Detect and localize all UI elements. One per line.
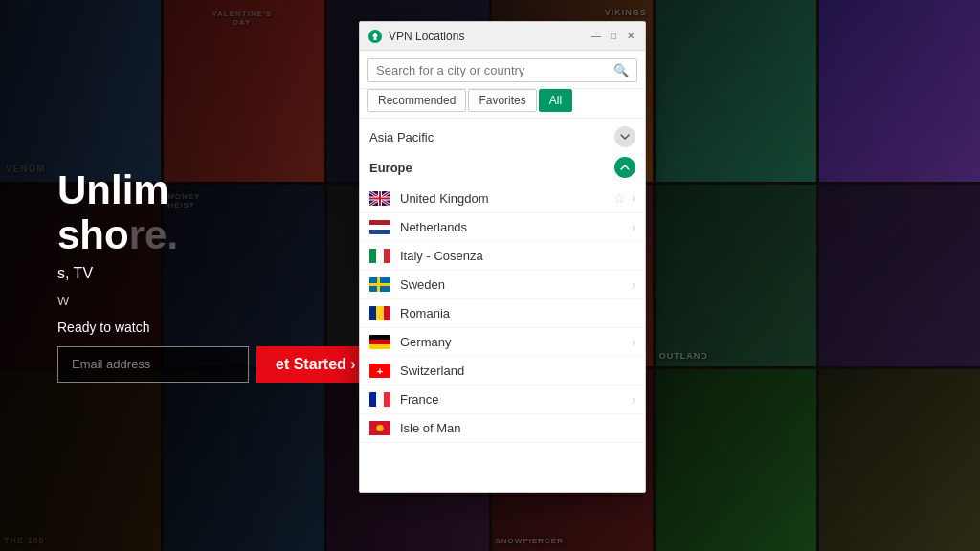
vpn-close-button[interactable]: ✕ [624,30,637,43]
country-row-isle-of-man[interactable]: Isle of Man [360,414,645,443]
tab-recommended[interactable]: Recommended [368,89,466,112]
expand-chevron-nl: › [632,221,635,234]
expand-chevron-de: › [632,336,635,349]
flag-uk [369,191,390,206]
country-name-france: France [400,392,632,407]
country-row-united-kingdom[interactable]: United Kingdom ☆ › [360,184,645,213]
tab-favorites[interactable]: Favorites [468,89,536,112]
svg-point-11 [377,426,383,431]
country-name-romania: Romania [400,306,635,320]
expand-chevron-se: › [632,278,635,292]
country-name-italy: Italy - Cosenza [400,249,635,263]
country-name-isle-of-man: Isle of Man [400,421,635,435]
expand-chevron-uk: › [632,191,635,205]
vpn-maximize-button[interactable]: □ [607,30,620,43]
flag-switzerland [369,364,390,378]
country-row-germany[interactable]: Germany › [360,328,645,357]
country-name-sweden: Sweden [400,277,632,292]
svg-rect-10 [369,421,390,435]
region-europe[interactable]: Europe [360,153,645,184]
tab-all[interactable]: All [539,89,572,112]
expand-chevron-fr: › [632,393,635,407]
isle-of-man-flag-svg [369,421,390,435]
vpn-window-title: VPN Locations [389,30,590,43]
vpn-logo-icon [368,29,383,44]
flag-italy [369,249,390,263]
country-name-united-kingdom: United Kingdom [400,191,613,206]
region-asia-pacific[interactable]: Asia Pacific [360,119,645,153]
netflix-email-placeholder[interactable]: Email address [57,346,249,383]
uk-flag-svg [369,191,390,206]
chevron-up-icon [619,162,631,173]
region-europe-label: Europe [369,161,412,175]
vpn-window-controls: — □ ✕ [590,30,637,43]
country-name-netherlands: Netherlands [400,220,632,234]
vpn-tabs: Recommended Favorites All [360,89,645,119]
flag-france [369,392,390,407]
chevron-down-icon [619,131,631,143]
country-row-sweden[interactable]: Sweden › [360,271,645,299]
vpn-country-list[interactable]: Asia Pacific Europe [360,119,645,492]
country-name-switzerland: Switzerland [400,364,635,378]
flag-romania [369,306,390,320]
vpn-search-input[interactable] [376,63,613,77]
vpn-window: VPN Locations — □ ✕ 🔍 Recommended Favori… [359,21,646,493]
flag-isle-of-man [369,421,390,435]
flag-sweden [369,277,390,292]
region-asia-pacific-label: Asia Pacific [369,130,434,144]
country-row-france[interactable]: France › [360,386,645,414]
country-row-switzerland[interactable]: Switzerland [360,357,645,386]
svg-rect-9 [369,197,390,199]
netflix-get-started-button[interactable]: et Started › [256,346,375,383]
flag-netherlands [369,220,390,234]
region-europe-toggle-icon [614,157,635,178]
country-row-romania[interactable]: Romania [360,299,645,328]
country-name-germany: Germany [400,335,632,349]
vpn-search-container: 🔍 [360,51,645,89]
country-row-italy[interactable]: Italy - Cosenza [360,242,645,271]
flag-germany [369,335,390,349]
country-row-netherlands[interactable]: Netherlands › [360,213,645,242]
vpn-minimize-button[interactable]: — [590,30,603,43]
region-asia-pacific-toggle-icon [614,126,635,147]
vpn-titlebar[interactable]: VPN Locations — □ ✕ [360,22,645,51]
vpn-search-box: 🔍 [368,58,637,82]
vpn-search-icon: 🔍 [613,63,629,77]
favorite-star-uk[interactable]: ☆ [613,190,626,206]
